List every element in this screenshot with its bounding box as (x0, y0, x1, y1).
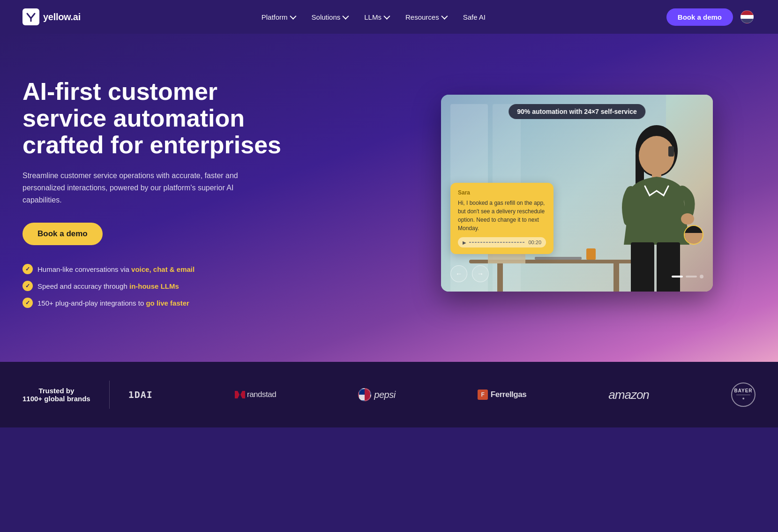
chevron-down-icon (383, 13, 390, 20)
logo-icon (22, 8, 39, 25)
brand-pepsi: pepsi (358, 388, 395, 401)
check-icon: ✓ (22, 281, 33, 291)
hero-book-demo-button[interactable]: Book a demo (22, 223, 103, 245)
go-live-link[interactable]: go live faster (146, 299, 189, 307)
nav-item-solutions[interactable]: Solutions (312, 13, 348, 21)
divider (109, 381, 110, 409)
dot-2[interactable] (686, 276, 697, 277)
feature-integrations: ✓ 150+ plug-and-play integrations to go … (22, 298, 380, 308)
brand-randstad: randstad (235, 390, 276, 399)
automation-badge: 90% automation with 24×7 self-service (509, 104, 645, 119)
hero-left: AI-first customer service automation cra… (22, 78, 380, 308)
audio-time: 00:20 (528, 240, 541, 245)
brand-amazon: amazon (608, 388, 649, 402)
brand-ferrellgas: F Ferrellgas (478, 390, 526, 400)
hero-subtitle: Streamline customer service operations w… (22, 170, 247, 206)
carousel-dots (672, 275, 703, 278)
logo-text: yellow.ai (43, 12, 81, 22)
hero-right: 90% automation with 24×7 self-service Sa… (398, 95, 756, 292)
trusted-text: Trusted by 1100+ global brands (22, 387, 90, 403)
svg-rect-4 (668, 146, 674, 157)
svg-point-5 (681, 213, 694, 225)
card-navigation: ← → (450, 265, 489, 282)
dot-1[interactable] (672, 276, 683, 277)
brand-logos: 1DAI randstad pepsi F Ferrellgas amazon … (128, 382, 756, 407)
trusted-section: Trusted by 1100+ global brands 1DAI rand… (0, 362, 778, 427)
nav-book-demo-button[interactable]: Book a demo (666, 8, 733, 26)
dot-3[interactable] (700, 275, 703, 278)
randstad-icon (235, 391, 245, 398)
nav-item-resources[interactable]: Resources (405, 13, 446, 21)
feature-voice-chat: ✓ Human-like conversations via voice, ch… (22, 264, 380, 274)
chat-message: Hi, I booked a gas refill on the app, bu… (458, 199, 546, 232)
us-flag-icon (741, 10, 754, 23)
hero-section: AI-first customer service automation cra… (0, 34, 778, 362)
avatar-image (685, 226, 703, 244)
prev-arrow-button[interactable]: ← (450, 265, 467, 282)
nav-links: Platform Solutions LLMs Resources Safe A… (262, 13, 486, 21)
nav-item-platform[interactable]: Platform (262, 13, 295, 21)
hero-title: AI-first customer service automation cra… (22, 78, 294, 159)
logo[interactable]: yellow.ai (22, 8, 81, 25)
chat-sender-name: Sara (458, 189, 546, 196)
audio-waves (469, 242, 525, 243)
hero-image-area: 90% automation with 24×7 self-service Sa… (441, 95, 713, 292)
llms-link[interactable]: in-house LLMs (129, 282, 179, 290)
nav-item-llms[interactable]: LLMs (364, 13, 389, 21)
language-selector[interactable] (741, 10, 756, 23)
chat-bubble: Sara Hi, I booked a gas refill on the ap… (450, 183, 554, 254)
voice-chat-link[interactable]: voice, chat & email (131, 265, 194, 273)
nav-item-safe-ai[interactable]: Safe AI (463, 13, 486, 21)
next-arrow-button[interactable]: → (472, 265, 489, 282)
navigation: yellow.ai Platform Solutions LLMs Resour… (0, 0, 778, 34)
svg-rect-6 (631, 242, 654, 292)
nav-right: Book a demo (666, 8, 756, 26)
features-list: ✓ Human-like conversations via voice, ch… (22, 264, 380, 308)
brand-1dai: 1DAI (128, 389, 153, 400)
brand-bayer: BAYER ● (731, 382, 756, 407)
check-icon: ✓ (22, 298, 33, 308)
audio-bar: ▶ 00:20 (458, 237, 546, 247)
ferrellgas-icon: F (478, 390, 488, 400)
check-icon: ✓ (22, 264, 33, 274)
avatar (684, 225, 703, 245)
svg-rect-7 (657, 242, 680, 292)
chevron-down-icon (343, 13, 349, 20)
chevron-down-icon (290, 13, 296, 20)
pepsi-icon (358, 388, 371, 401)
hero-card: 90% automation with 24×7 self-service Sa… (441, 95, 713, 292)
feature-llms: ✓ Speed and accuracy through in-house LL… (22, 281, 380, 291)
play-icon: ▶ (463, 240, 466, 245)
chevron-down-icon (441, 13, 448, 20)
